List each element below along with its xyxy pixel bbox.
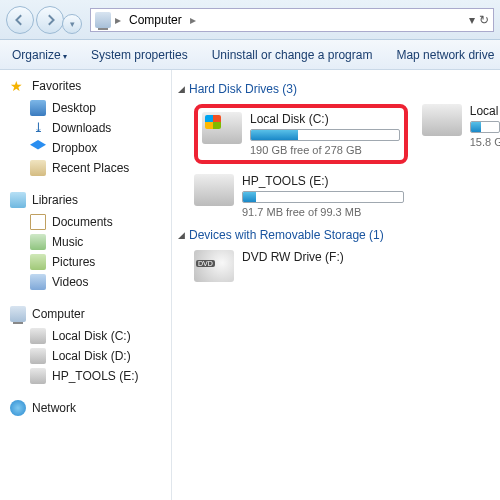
dropbox-icon (30, 140, 46, 156)
usage-fill (251, 130, 298, 140)
sidebar-item-local-disk-d[interactable]: Local Disk (D:) (10, 346, 171, 366)
section-removable-storage[interactable]: ◢ Devices with Removable Storage (1) (178, 228, 500, 242)
desktop-icon (30, 100, 46, 116)
computer-icon (10, 306, 26, 322)
sidebar-network-header[interactable]: Network (10, 400, 171, 416)
refresh-dropdown-icon[interactable]: ▾ (469, 13, 475, 27)
drive-free-text: 190 GB free of 278 GB (250, 144, 400, 156)
recent-places-icon (30, 160, 46, 176)
network-icon (10, 400, 26, 416)
favorites-label: Favorites (32, 79, 81, 93)
star-icon: ★ (10, 78, 26, 94)
navigation-pane: ★ Favorites Desktop ⤓Downloads Dropbox R… (0, 70, 172, 500)
dvd-drive-icon (194, 250, 234, 282)
usage-fill (243, 192, 256, 202)
address-bar[interactable]: ▸ Computer ▸ ▾ ↻ (90, 8, 494, 32)
sidebar-item-hp-tools[interactable]: HP_TOOLS (E:) (10, 366, 171, 386)
usage-fill (471, 122, 481, 132)
network-label: Network (32, 401, 76, 415)
breadcrumb-separator-icon[interactable]: ▸ (190, 13, 196, 27)
sidebar-item-documents[interactable]: Documents (10, 212, 171, 232)
drive-name: Local Disk (D:) (470, 104, 500, 118)
breadcrumb-separator-icon: ▸ (115, 13, 121, 27)
drive-icon (202, 112, 242, 144)
drive-local-disk-c[interactable]: Local Disk (C:) 190 GB free of 278 GB (194, 104, 408, 164)
system-properties-button[interactable]: System properties (91, 48, 188, 62)
sidebar-item-recent-places[interactable]: Recent Places (10, 158, 171, 178)
computer-label: Computer (32, 307, 85, 321)
sidebar-item-downloads[interactable]: ⤓Downloads (10, 118, 171, 138)
documents-icon (30, 214, 46, 230)
usage-bar (470, 121, 500, 133)
computer-icon (95, 12, 111, 28)
sidebar-computer-header[interactable]: Computer (10, 306, 171, 322)
sidebar-item-dropbox[interactable]: Dropbox (10, 138, 171, 158)
breadcrumb-computer[interactable]: Computer (125, 11, 186, 29)
collapse-icon: ◢ (178, 84, 185, 94)
address-bar-region: ▾ ▸ Computer ▸ ▾ ↻ (0, 0, 500, 40)
drive-dvd-rw-f[interactable]: DVD RW Drive (F:) (194, 250, 404, 282)
sidebar-item-videos[interactable]: Videos (10, 272, 171, 292)
sidebar-item-local-disk-c[interactable]: Local Disk (C:) (10, 326, 171, 346)
drive-name: HP_TOOLS (E:) (242, 174, 404, 188)
music-icon (30, 234, 46, 250)
back-button[interactable] (6, 6, 34, 34)
organize-menu[interactable]: Organize (12, 48, 67, 62)
drive-icon (30, 368, 46, 384)
drive-icon (194, 174, 234, 206)
content-pane: ◢ Hard Disk Drives (3) Local Disk (C:) 1… (172, 70, 500, 500)
libraries-label: Libraries (32, 193, 78, 207)
forward-button[interactable] (36, 6, 64, 34)
sidebar-item-desktop[interactable]: Desktop (10, 98, 171, 118)
section-hard-disk-drives[interactable]: ◢ Hard Disk Drives (3) (178, 82, 500, 96)
usage-bar (250, 129, 400, 141)
map-network-drive-button[interactable]: Map network drive (396, 48, 494, 62)
history-dropdown[interactable]: ▾ (62, 14, 82, 34)
drive-hp-tools-e[interactable]: HP_TOOLS (E:) 91.7 MB free of 99.3 MB (194, 174, 404, 218)
videos-icon (30, 274, 46, 290)
drive-icon (422, 104, 462, 136)
command-toolbar: Organize System properties Uninstall or … (0, 40, 500, 70)
drive-icon (30, 328, 46, 344)
sidebar-item-music[interactable]: Music (10, 232, 171, 252)
sidebar-item-pictures[interactable]: Pictures (10, 252, 171, 272)
usage-bar (242, 191, 404, 203)
drive-name: DVD RW Drive (F:) (242, 250, 404, 264)
drive-local-disk-d[interactable]: Local Disk (D:) 15.8 GB free (422, 104, 500, 164)
pictures-icon (30, 254, 46, 270)
libraries-icon (10, 192, 26, 208)
drive-free-text: 91.7 MB free of 99.3 MB (242, 206, 404, 218)
sidebar-favorites-header[interactable]: ★ Favorites (10, 78, 171, 94)
drive-name: Local Disk (C:) (250, 112, 400, 126)
drive-free-text: 15.8 GB free (470, 136, 500, 148)
downloads-icon: ⤓ (30, 120, 46, 136)
uninstall-program-button[interactable]: Uninstall or change a program (212, 48, 373, 62)
drive-icon (30, 348, 46, 364)
refresh-icon[interactable]: ↻ (479, 13, 489, 27)
sidebar-libraries-header[interactable]: Libraries (10, 192, 171, 208)
collapse-icon: ◢ (178, 230, 185, 240)
